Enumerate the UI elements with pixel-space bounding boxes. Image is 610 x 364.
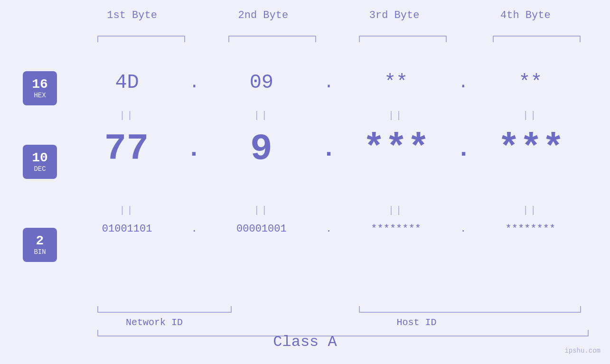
dec-b3: ***	[336, 128, 456, 170]
bin-b4: ********	[470, 223, 591, 235]
eq-row-1: || || || ||	[66, 110, 591, 121]
bracket-byte2	[228, 36, 316, 42]
bin-dot1: .	[188, 224, 201, 234]
dec-b2: 9	[201, 128, 321, 170]
main-container: 1st Byte 2nd Byte 3rd Byte 4th Byte 16 H…	[0, 0, 610, 364]
hex-dot3: .	[457, 73, 470, 93]
eq1-b3: ||	[336, 110, 457, 121]
bracket-byte1	[97, 36, 185, 42]
hex-dot1: .	[188, 73, 201, 93]
byte-headers: 1st Byte 2nd Byte 3rd Byte 4th Byte	[66, 9, 591, 21]
eq2-b2: ||	[201, 205, 322, 216]
eq1-b2: ||	[201, 110, 322, 121]
bin-dot2: .	[322, 224, 336, 234]
eq2-b4: ||	[470, 205, 591, 216]
id-labels-row: Network ID Host ID	[66, 317, 591, 328]
hex-b1: 4D	[66, 71, 188, 94]
dec-dot2: .	[321, 135, 336, 163]
bin-b2: 00001001	[201, 223, 322, 235]
hex-row: 4D . 09 . ** . **	[66, 71, 591, 94]
bin-b3: ********	[336, 223, 457, 235]
hex-badge: 16 HEX	[23, 71, 57, 105]
bracket-network-id	[97, 306, 232, 313]
bracket-host-id	[359, 306, 581, 313]
eq1-b1: ||	[66, 110, 188, 121]
hex-b4: **	[470, 71, 591, 94]
bin-row: 01001101 . 00001001 . ******** . *******…	[66, 223, 591, 235]
bracket-byte4	[493, 36, 581, 42]
dec-b1: 77	[66, 128, 187, 170]
byte1-header: 1st Byte	[66, 9, 197, 21]
eq1-b4: ||	[470, 110, 591, 121]
eq2-b3: ||	[336, 205, 457, 216]
bin-dot3: .	[457, 224, 470, 234]
network-id-label: Network ID	[66, 317, 242, 328]
host-id-label: Host ID	[242, 317, 591, 328]
bin-badge: 2 BIN	[23, 228, 57, 262]
dec-b4: ***	[471, 128, 591, 170]
class-label: Class A	[0, 333, 610, 351]
hex-dot2: .	[322, 73, 336, 93]
dec-dot1: .	[187, 135, 201, 163]
bracket-byte3	[359, 36, 447, 42]
byte3-header: 3rd Byte	[329, 9, 460, 21]
hex-b2: 09	[201, 71, 322, 94]
byte2-header: 2nd Byte	[197, 9, 328, 21]
eq2-b1: ||	[66, 205, 188, 216]
bin-b1: 01001101	[66, 223, 188, 235]
dec-row: 77 . 9 . *** . ***	[66, 128, 591, 170]
watermark: ipshu.com	[564, 347, 601, 355]
hex-b3: **	[336, 71, 457, 94]
dec-dot3: .	[456, 135, 471, 163]
eq-row-2: || || || ||	[66, 205, 591, 216]
byte4-header: 4th Byte	[460, 9, 591, 21]
dec-badge: 10 DEC	[23, 145, 57, 179]
